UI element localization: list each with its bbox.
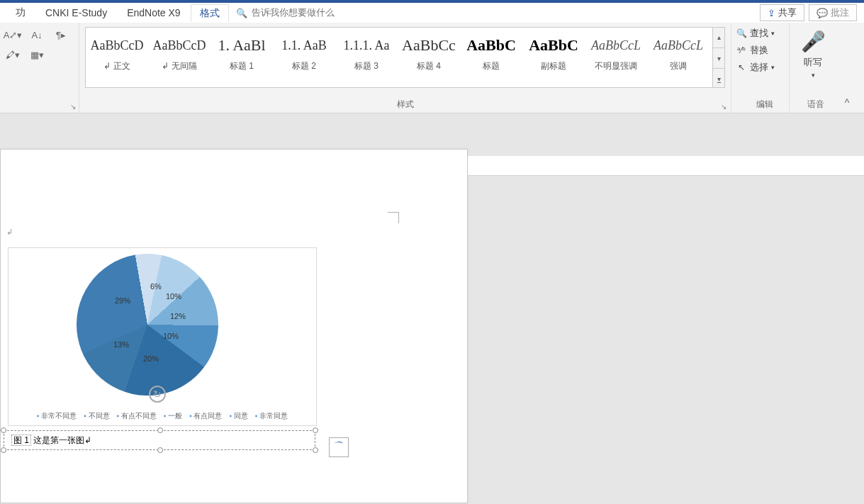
style-item[interactable]: 1. AaBl标题 1 (211, 28, 273, 87)
styles-more[interactable]: ▾̲ (713, 69, 725, 88)
find-button[interactable]: 🔍查找 ▾ (736, 27, 786, 40)
paragraph-dialog-launcher[interactable]: ↘ (70, 103, 76, 111)
cursor-icon: ↖ (736, 62, 747, 73)
group-paragraph: A⤢▾ A↓ ¶▸ 🖍▾ ▦▾ ↘ (0, 23, 79, 113)
tell-me-search[interactable]: 🔍 告诉我你想要做什么 (229, 6, 335, 19)
style-item[interactable]: AaBbCcD↲ 无间隔 (148, 28, 211, 87)
style-item[interactable]: AaBbCcD↲ 正文 (86, 28, 148, 87)
group-editing: 🔍查找 ▾ ᵃ⁄ᵇ替换 ↖选择 ▾ 编辑 (731, 23, 790, 113)
style-item[interactable]: 1.1.1. Aa标题 3 (335, 28, 398, 87)
pie-graphic (65, 242, 230, 407)
caption-textbox[interactable]: 图 1 这是第一张图↲ (4, 430, 315, 450)
comments-button[interactable]: 💬 批注 (809, 4, 857, 21)
chart-legend: 非常不同意不同意有点不同意一般有点同意同意非常同意 (9, 411, 316, 421)
replace-button[interactable]: ᵃ⁄ᵇ替换 (736, 44, 786, 57)
share-icon: ⇪ (768, 8, 775, 18)
borders-button[interactable]: ▦▾ (27, 47, 47, 62)
ribbon-tabs: 功 CNKI E-Study EndNote X9 格式 🔍 告诉我你想要做什么… (0, 3, 864, 23)
layout-options-icon: ⌒ (333, 440, 344, 455)
sort-button[interactable]: A↓ (27, 27, 47, 43)
tab-format[interactable]: 格式 (191, 4, 229, 22)
document-area: 2468101214161820222426303234363840 ↲ 6% … (0, 135, 864, 504)
fill-color-button[interactable]: 🖍▾ (3, 47, 23, 62)
comment-icon: 💬 (817, 8, 828, 18)
style-item[interactable]: AaBbCc标题 4 (398, 28, 460, 87)
tab-partial[interactable]: 功 (6, 4, 35, 22)
margin-corner-icon (388, 212, 399, 223)
find-icon: 🔍 (736, 28, 747, 39)
search-icon: 🔍 (236, 8, 247, 18)
pie-chart[interactable]: 6% 10% 12% 10% 20% 13% 29% ↻ 非常不同意不同意有点不… (8, 247, 317, 426)
page[interactable]: ↲ 6% 10% 12% 10% 20% 13% 29% ↻ 非常不同意不同意有… (0, 149, 468, 503)
styles-scroll-down[interactable]: ▾ (713, 48, 725, 69)
group-styles: AaBbCcD↲ 正文AaBbCcD↲ 无间隔1. AaBl标题 11.1. A… (79, 23, 731, 113)
tab-cnki[interactable]: CNKI E-Study (35, 4, 117, 21)
group-voice: 🎤 听写▾ 语音 (790, 23, 836, 113)
styles-scroll-up[interactable]: ▴ (713, 27, 725, 48)
layout-options-button[interactable]: ⌒ (329, 437, 349, 457)
styles-group-label: 样式 (79, 99, 731, 111)
style-item[interactable]: 1.1. AaB标题 2 (273, 28, 335, 87)
char-scale-button[interactable]: A⤢▾ (3, 27, 23, 43)
collapse-ribbon[interactable]: ^ (836, 23, 858, 113)
pilcrow-button[interactable]: ¶▸ (51, 27, 71, 43)
rotate-handle-icon[interactable]: ↻ (149, 386, 166, 403)
replace-icon: ᵃ⁄ᵇ (736, 45, 747, 56)
mic-icon[interactable]: 🎤 (792, 30, 834, 53)
style-item[interactable]: AaBbC副标题 (522, 28, 585, 87)
style-item[interactable]: AaBbC标题 (460, 28, 522, 87)
style-item[interactable]: AaBbCcL不明显强调 (585, 28, 647, 87)
styles-gallery[interactable]: AaBbCcD↲ 正文AaBbCcD↲ 无间隔1. AaBl标题 11.1. A… (85, 27, 725, 88)
style-item[interactable]: AaBbCcL强调 (647, 28, 709, 87)
share-button[interactable]: ⇪ 共享 (760, 4, 804, 21)
styles-dialog-launcher[interactable]: ↘ (721, 103, 726, 111)
select-button[interactable]: ↖选择 ▾ (736, 61, 786, 74)
tab-endnote[interactable]: EndNote X9 (117, 4, 191, 21)
ribbon: A⤢▾ A↓ ¶▸ 🖍▾ ▦▾ ↘ AaBbCcD↲ 正文AaBbCcD↲ 无间… (0, 23, 864, 113)
dictate-button[interactable]: 听写▾ (792, 56, 834, 79)
